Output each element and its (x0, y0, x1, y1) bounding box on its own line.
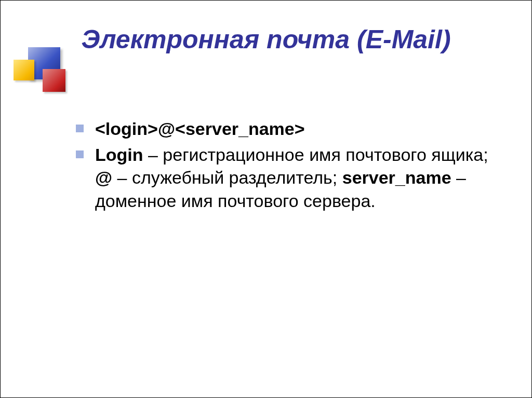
bullet-icon (76, 150, 84, 158)
slide: Электронная почта (E-Mail) <login>@<serv… (0, 0, 532, 398)
bullet-text: Login – регистрационное имя почтового ящ… (95, 143, 507, 212)
square-yellow-icon (14, 60, 34, 80)
list-item: <login>@<server_name> (76, 117, 507, 140)
bullet-list: <login>@<server_name> Login – регистраци… (76, 117, 507, 215)
bullet-text: <login>@<server_name> (95, 117, 507, 140)
square-red-icon (43, 69, 65, 92)
bullet-icon (76, 125, 84, 132)
slide-title: Электронная почта (E-Mail) (1, 24, 531, 54)
list-item: Login – регистрационное имя почтового ящ… (76, 143, 507, 212)
